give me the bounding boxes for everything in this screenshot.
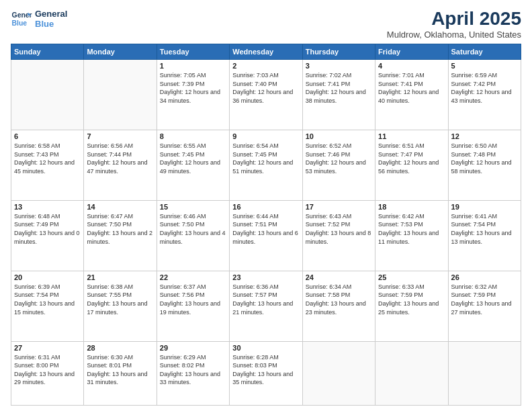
- day-number: 24: [306, 273, 372, 281]
- calendar-cell: 21Sunrise: 6:38 AM Sunset: 7:55 PM Dayli…: [84, 271, 157, 341]
- day-number: 21: [87, 273, 153, 281]
- day-number: 8: [160, 132, 226, 140]
- calendar-cell: 20Sunrise: 6:39 AM Sunset: 7:54 PM Dayli…: [11, 271, 84, 341]
- day-number: 25: [378, 273, 445, 281]
- day-number: 16: [232, 203, 299, 211]
- day-number: 26: [451, 273, 518, 281]
- calendar-week-2: 6Sunrise: 6:58 AM Sunset: 7:43 PM Daylig…: [11, 130, 521, 200]
- calendar-cell: 8Sunrise: 6:55 AM Sunset: 7:45 PM Daylig…: [157, 130, 229, 200]
- calendar-header-row: SundayMondayTuesdayWednesdayThursdayFrid…: [11, 44, 521, 60]
- calendar-cell: [84, 60, 157, 130]
- calendar-cell: [11, 60, 84, 130]
- location: Muldrow, Oklahoma, United States: [387, 30, 521, 40]
- calendar-week-3: 13Sunrise: 6:48 AM Sunset: 7:49 PM Dayli…: [11, 200, 521, 271]
- day-info: Sunrise: 6:59 AM Sunset: 7:42 PM Dayligh…: [451, 71, 518, 105]
- calendar-cell: 19Sunrise: 6:41 AM Sunset: 7:54 PM Dayli…: [448, 200, 521, 271]
- calendar-cell: 5Sunrise: 6:59 AM Sunset: 7:42 PM Daylig…: [448, 60, 521, 130]
- calendar-cell: 7Sunrise: 6:56 AM Sunset: 7:44 PM Daylig…: [84, 130, 157, 200]
- day-info: Sunrise: 6:29 AM Sunset: 8:02 PM Dayligh…: [160, 353, 226, 387]
- day-info: Sunrise: 6:44 AM Sunset: 7:51 PM Dayligh…: [232, 212, 299, 246]
- day-number: 19: [451, 203, 518, 211]
- calendar-cell: 29Sunrise: 6:29 AM Sunset: 8:02 PM Dayli…: [157, 341, 229, 405]
- day-number: 1: [160, 62, 226, 70]
- day-number: 11: [378, 132, 445, 140]
- day-info: Sunrise: 7:01 AM Sunset: 7:41 PM Dayligh…: [378, 71, 445, 105]
- page: General Blue General Blue April 2025 Mul…: [0, 0, 532, 411]
- day-number: 3: [306, 62, 372, 70]
- day-number: 12: [451, 132, 518, 140]
- logo: General Blue General Blue: [11, 8, 67, 30]
- day-number: 7: [87, 132, 153, 140]
- calendar-cell: [448, 341, 521, 405]
- calendar-cell: 3Sunrise: 7:02 AM Sunset: 7:41 PM Daylig…: [302, 60, 375, 130]
- logo-blue: Blue: [35, 19, 67, 29]
- day-info: Sunrise: 6:46 AM Sunset: 7:50 PM Dayligh…: [160, 212, 226, 246]
- calendar-cell: 14Sunrise: 6:47 AM Sunset: 7:50 PM Dayli…: [84, 200, 157, 271]
- weekday-header-tuesday: Tuesday: [157, 44, 229, 60]
- day-number: 17: [306, 203, 372, 211]
- day-number: 13: [14, 203, 81, 211]
- day-number: 20: [14, 273, 81, 281]
- calendar-cell: 24Sunrise: 6:34 AM Sunset: 7:58 PM Dayli…: [302, 271, 375, 341]
- calendar-cell: 9Sunrise: 6:54 AM Sunset: 7:45 PM Daylig…: [230, 130, 302, 200]
- day-info: Sunrise: 6:34 AM Sunset: 7:58 PM Dayligh…: [306, 283, 372, 316]
- day-number: 14: [87, 203, 153, 211]
- calendar-cell: 26Sunrise: 6:32 AM Sunset: 7:59 PM Dayli…: [448, 271, 521, 341]
- calendar-cell: 4Sunrise: 7:01 AM Sunset: 7:41 PM Daylig…: [375, 60, 448, 130]
- day-info: Sunrise: 6:52 AM Sunset: 7:46 PM Dayligh…: [306, 142, 372, 175]
- day-info: Sunrise: 6:48 AM Sunset: 7:49 PM Dayligh…: [14, 212, 81, 246]
- calendar-cell: 30Sunrise: 6:28 AM Sunset: 8:03 PM Dayli…: [230, 341, 302, 405]
- day-number: 22: [160, 273, 226, 281]
- calendar-cell: 28Sunrise: 6:30 AM Sunset: 8:01 PM Dayli…: [84, 341, 157, 405]
- day-info: Sunrise: 6:39 AM Sunset: 7:54 PM Dayligh…: [14, 283, 81, 316]
- calendar-cell: [302, 341, 375, 405]
- day-info: Sunrise: 6:56 AM Sunset: 7:44 PM Dayligh…: [87, 142, 153, 175]
- day-number: 29: [160, 344, 226, 352]
- day-number: 28: [87, 344, 153, 352]
- calendar-cell: 23Sunrise: 6:36 AM Sunset: 7:57 PM Dayli…: [230, 271, 302, 341]
- calendar-cell: 2Sunrise: 7:03 AM Sunset: 7:40 PM Daylig…: [230, 60, 302, 130]
- calendar-cell: 1Sunrise: 7:05 AM Sunset: 7:39 PM Daylig…: [157, 60, 229, 130]
- day-info: Sunrise: 6:51 AM Sunset: 7:47 PM Dayligh…: [378, 142, 445, 175]
- calendar-week-1: 1Sunrise: 7:05 AM Sunset: 7:39 PM Daylig…: [11, 60, 521, 130]
- day-info: Sunrise: 6:30 AM Sunset: 8:01 PM Dayligh…: [87, 353, 153, 387]
- svg-text:Blue: Blue: [12, 19, 28, 27]
- calendar-cell: 18Sunrise: 6:42 AM Sunset: 7:53 PM Dayli…: [375, 200, 448, 271]
- weekday-header-wednesday: Wednesday: [230, 44, 302, 60]
- calendar-cell: 13Sunrise: 6:48 AM Sunset: 7:49 PM Dayli…: [11, 200, 84, 271]
- calendar-cell: 10Sunrise: 6:52 AM Sunset: 7:46 PM Dayli…: [302, 130, 375, 200]
- day-info: Sunrise: 6:31 AM Sunset: 8:00 PM Dayligh…: [14, 353, 81, 387]
- weekday-header-thursday: Thursday: [302, 44, 375, 60]
- logo-icon: General Blue: [11, 8, 32, 30]
- day-info: Sunrise: 7:03 AM Sunset: 7:40 PM Dayligh…: [232, 71, 299, 105]
- day-info: Sunrise: 7:05 AM Sunset: 7:39 PM Dayligh…: [160, 71, 226, 105]
- calendar-week-4: 20Sunrise: 6:39 AM Sunset: 7:54 PM Dayli…: [11, 271, 521, 341]
- day-info: Sunrise: 6:50 AM Sunset: 7:48 PM Dayligh…: [451, 142, 518, 175]
- day-info: Sunrise: 6:28 AM Sunset: 8:03 PM Dayligh…: [232, 353, 299, 387]
- day-info: Sunrise: 6:41 AM Sunset: 7:54 PM Dayligh…: [451, 212, 518, 246]
- day-number: 6: [14, 132, 81, 140]
- day-info: Sunrise: 6:55 AM Sunset: 7:45 PM Dayligh…: [160, 142, 226, 175]
- calendar-cell: 22Sunrise: 6:37 AM Sunset: 7:56 PM Dayli…: [157, 271, 229, 341]
- day-number: 9: [232, 132, 299, 140]
- calendar-cell: 15Sunrise: 6:46 AM Sunset: 7:50 PM Dayli…: [157, 200, 229, 271]
- day-info: Sunrise: 6:37 AM Sunset: 7:56 PM Dayligh…: [160, 283, 226, 316]
- day-number: 30: [232, 344, 299, 352]
- day-number: 10: [306, 132, 372, 140]
- day-number: 5: [451, 62, 518, 70]
- calendar-cell: [375, 341, 448, 405]
- title-block: April 2025 Muldrow, Oklahoma, United Sta…: [387, 8, 521, 40]
- header: General Blue General Blue April 2025 Mul…: [11, 8, 521, 40]
- day-number: 27: [14, 344, 81, 352]
- day-info: Sunrise: 7:02 AM Sunset: 7:41 PM Dayligh…: [306, 71, 372, 105]
- day-number: 15: [160, 203, 226, 211]
- month-title: April 2025: [387, 8, 521, 30]
- day-number: 2: [232, 62, 299, 70]
- day-info: Sunrise: 6:58 AM Sunset: 7:43 PM Dayligh…: [14, 142, 81, 175]
- weekday-header-saturday: Saturday: [448, 44, 521, 60]
- day-info: Sunrise: 6:36 AM Sunset: 7:57 PM Dayligh…: [232, 283, 299, 316]
- logo-general: General: [35, 9, 67, 19]
- day-number: 18: [378, 203, 445, 211]
- day-info: Sunrise: 6:33 AM Sunset: 7:59 PM Dayligh…: [378, 283, 445, 316]
- day-info: Sunrise: 6:38 AM Sunset: 7:55 PM Dayligh…: [87, 283, 153, 316]
